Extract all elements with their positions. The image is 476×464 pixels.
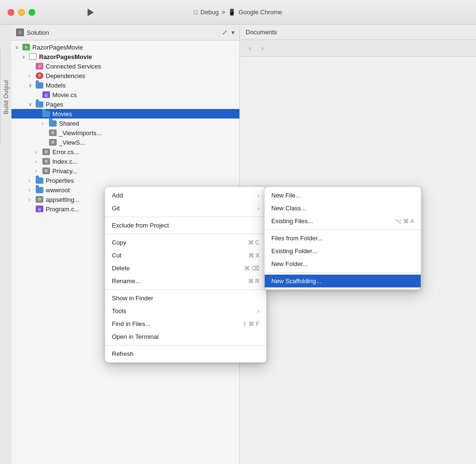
- tree-item-dependencies[interactable]: ›⚙Dependencies: [11, 71, 239, 80]
- build-output-label: Build Output: [3, 80, 10, 114]
- sub-menu-item-new-class[interactable]: New Class...: [265, 202, 421, 215]
- sub-menu-separator: [265, 229, 421, 230]
- folder-blue-icon: [42, 110, 50, 118]
- deps-icon: ⚙: [35, 72, 44, 79]
- play-button[interactable]: [59, 9, 94, 16]
- tree-item-label: Movie.cs: [52, 91, 77, 99]
- sub-menu-item-new-folder[interactable]: New Folder...: [265, 257, 421, 270]
- menu-item-label: Tools: [112, 307, 254, 315]
- sub-menu-item-label: New File...: [271, 192, 414, 199]
- chevron-icon: ›: [29, 178, 35, 183]
- chevron-icon: ∨: [29, 83, 35, 88]
- tree-item-label: RazorPagesMovie: [32, 44, 83, 51]
- menu-item-open-terminal[interactable]: Open in Terminal: [105, 330, 266, 343]
- documents-nav: ‹ ›: [240, 40, 476, 57]
- sub-menu-item-files-from-folder[interactable]: Files from Folder...: [265, 232, 421, 245]
- tree-item-connected-services[interactable]: ⚡Connected Services: [11, 61, 239, 71]
- cs-icon: {}: [35, 205, 44, 213]
- menu-item-find-files[interactable]: Find in Files...⇧ ⌘ F: [105, 317, 266, 330]
- minimize-button[interactable]: [18, 9, 25, 16]
- pin-icon[interactable]: ⤢: [222, 29, 228, 36]
- tree-item-pages[interactable]: ∨Pages: [11, 99, 239, 109]
- sub-menu-item-label: New Class...: [271, 205, 414, 212]
- close-button[interactable]: [8, 9, 14, 16]
- separator-icon: >: [221, 9, 225, 16]
- tree-item-label: Properties: [46, 177, 74, 184]
- chevron-icon: ∨: [22, 54, 29, 59]
- tree-item-label: Pages: [46, 101, 63, 108]
- menu-item-label: Open in Terminal: [112, 333, 259, 340]
- menu-item-label: Copy: [112, 239, 248, 246]
- chevron-icon: ›: [29, 197, 35, 202]
- tree-item-label: Error.cs...: [52, 148, 79, 156]
- chevron-icon: ∨: [29, 102, 35, 107]
- tree-item-movies[interactable]: Movies: [11, 109, 239, 118]
- menu-item-copy[interactable]: Copy⌘ C: [105, 236, 266, 249]
- tree-item-movie-cs[interactable]: {}Movie.cs: [11, 90, 239, 99]
- collapse-icon[interactable]: ▾: [231, 29, 235, 36]
- tree-item-shared[interactable]: ›Shared: [11, 118, 239, 128]
- menu-item-cut[interactable]: Cut⌘ X: [105, 249, 266, 262]
- gear-icon: ⚙: [49, 138, 57, 146]
- menu-shortcut: ⌘ X: [248, 252, 259, 259]
- nav-back-icon: ‹: [249, 44, 251, 52]
- menu-separator: [105, 345, 266, 346]
- tree-item-privacy[interactable]: ›⚙Privacy...: [11, 166, 239, 176]
- tree-item-label: appsetting...: [46, 196, 79, 203]
- sub-menu-item-new-scaffolding[interactable]: New Scaffolding...: [265, 275, 421, 287]
- folder-blue-icon: [49, 119, 57, 127]
- menu-item-delete[interactable]: Delete⌘ ⌫: [105, 262, 266, 275]
- menu-shortcut: ⌘ ⌫: [244, 265, 259, 272]
- menu-item-tools[interactable]: Tools›: [105, 305, 266, 317]
- titlebar-info: □ Debug > 📱 Google Chrome: [194, 9, 282, 16]
- tree-item-properties[interactable]: ›Properties: [11, 176, 239, 185]
- tree-item-viewstart[interactable]: ⚙_ViewS...: [11, 138, 239, 147]
- solution-icon: S: [22, 43, 30, 51]
- gear-icon: ⚙: [42, 148, 50, 156]
- solution-icon: ≡: [16, 29, 24, 36]
- window-icon: □: [194, 9, 198, 16]
- menu-item-git[interactable]: Git›: [105, 202, 266, 215]
- folder-blue-icon: [35, 100, 44, 108]
- tree-item-label: Privacy...: [52, 168, 78, 175]
- sub-menu-item-existing-folder[interactable]: Existing Folder...: [265, 245, 421, 257]
- chevron-icon: ∨: [15, 45, 22, 50]
- sub-menu-item-existing-files[interactable]: Existing Files...⌥ ⌘ A: [265, 215, 421, 227]
- tree-item-viewimports[interactable]: ⚙_ViewImports...: [11, 128, 239, 138]
- menu-item-label: Add: [112, 192, 254, 199]
- menu-item-rename[interactable]: Rename...⌘ R: [105, 275, 266, 287]
- project-icon: [29, 53, 37, 60]
- tree-item-razor-solution[interactable]: ∨SRazorPagesMovie: [11, 42, 239, 52]
- documents-header: Documents: [240, 25, 476, 40]
- submenu-arrow-icon: ›: [258, 192, 259, 199]
- menu-shortcut: ⇧ ⌘ F: [242, 321, 259, 327]
- chevron-icon: ›: [29, 188, 35, 193]
- tree-item-razor-project[interactable]: ∨RazorPagesMovie: [11, 52, 239, 61]
- sub-menu-item-new-file[interactable]: New File...: [265, 189, 421, 202]
- folder-blue-icon: [35, 177, 44, 184]
- menu-separator: [105, 234, 266, 234]
- sub-menu-item-label: Files from Folder...: [271, 235, 414, 242]
- menu-item-exclude[interactable]: Exclude from Project: [105, 219, 266, 232]
- menu-shortcut: ⌘ C: [248, 239, 259, 246]
- tree-item-error-cs[interactable]: ›⚙Error.cs...: [11, 147, 239, 157]
- menu-item-add[interactable]: Add›: [105, 189, 266, 202]
- menu-separator: [105, 217, 266, 217]
- solution-label: Solution: [27, 29, 49, 36]
- menu-item-show-finder[interactable]: Show in Finder: [105, 292, 266, 305]
- submenu-arrow-icon: ›: [258, 308, 259, 315]
- tree-item-index-c[interactable]: ›⚙Index.c...: [11, 157, 239, 166]
- build-output-tab[interactable]: Build Output: [0, 49, 11, 145]
- menu-item-label: Git: [112, 205, 254, 212]
- documents-label: Documents: [246, 29, 277, 36]
- menu-separator: [105, 289, 266, 290]
- tree-item-models[interactable]: ∨Models: [11, 80, 239, 90]
- nav-back-button[interactable]: ‹: [245, 43, 255, 53]
- maximize-button[interactable]: [29, 9, 35, 16]
- chevron-icon: ›: [35, 159, 42, 164]
- sub-menu-item-label: New Folder...: [271, 260, 414, 267]
- tree-item-label: wwwroot: [46, 187, 70, 194]
- nav-forward-button[interactable]: ›: [257, 43, 268, 53]
- solution-title: ≡ Solution: [16, 29, 49, 36]
- menu-item-refresh[interactable]: Refresh: [105, 347, 266, 360]
